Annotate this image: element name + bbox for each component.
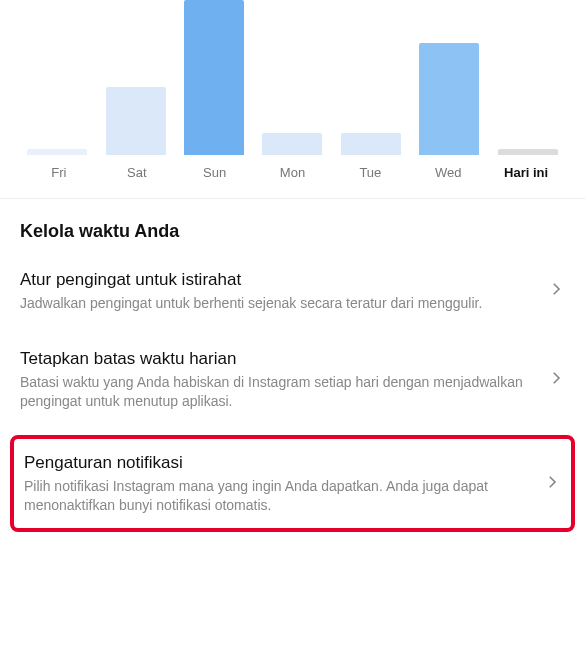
item-desc: Jadwalkan pengingat untuk berhenti sejen… bbox=[20, 294, 535, 313]
bar bbox=[184, 0, 244, 155]
bar-column[interactable] bbox=[177, 0, 251, 155]
bar-column[interactable] bbox=[491, 149, 565, 155]
item-title: Atur pengingat untuk istirahat bbox=[20, 270, 535, 290]
chevron-right-icon bbox=[547, 369, 565, 391]
bar bbox=[341, 133, 401, 155]
chevron-right-icon bbox=[547, 280, 565, 302]
highlight-box: Pengaturan notifikasi Pilih notifikasi I… bbox=[10, 435, 575, 533]
item-desc: Batasi waktu yang Anda habiskan di Insta… bbox=[20, 373, 535, 411]
reminder-break-item[interactable]: Atur pengingat untuk istirahat Jadwalkan… bbox=[0, 252, 585, 331]
chevron-right-icon bbox=[543, 473, 561, 495]
bar-label: Sun bbox=[176, 165, 254, 180]
daily-limit-item[interactable]: Tetapkan batas waktu harian Batasi waktu… bbox=[0, 331, 585, 429]
item-desc: Pilih notifikasi Instagram mana yang ing… bbox=[24, 477, 531, 515]
bar bbox=[498, 149, 558, 155]
bar bbox=[106, 87, 166, 155]
bar-label: Hari ini bbox=[487, 165, 565, 180]
item-title: Tetapkan batas waktu harian bbox=[20, 349, 535, 369]
bar bbox=[262, 133, 322, 155]
section-title: Kelola waktu Anda bbox=[0, 199, 585, 252]
bar-column[interactable] bbox=[412, 43, 486, 155]
bar-column[interactable] bbox=[98, 87, 172, 155]
bar-label: Mon bbox=[254, 165, 332, 180]
bar-label: Wed bbox=[409, 165, 487, 180]
bar-column[interactable] bbox=[255, 133, 329, 155]
bar-label: Sat bbox=[98, 165, 176, 180]
usage-chart: FriSatSunMonTueWedHari ini bbox=[0, 0, 585, 199]
item-title: Pengaturan notifikasi bbox=[24, 453, 531, 473]
bar-label: Fri bbox=[20, 165, 98, 180]
bar-column[interactable] bbox=[20, 149, 94, 155]
bar-label: Tue bbox=[331, 165, 409, 180]
bar-column[interactable] bbox=[334, 133, 408, 155]
bar bbox=[27, 149, 87, 155]
bar bbox=[419, 43, 479, 155]
notification-settings-item[interactable]: Pengaturan notifikasi Pilih notifikasi I… bbox=[24, 453, 561, 515]
